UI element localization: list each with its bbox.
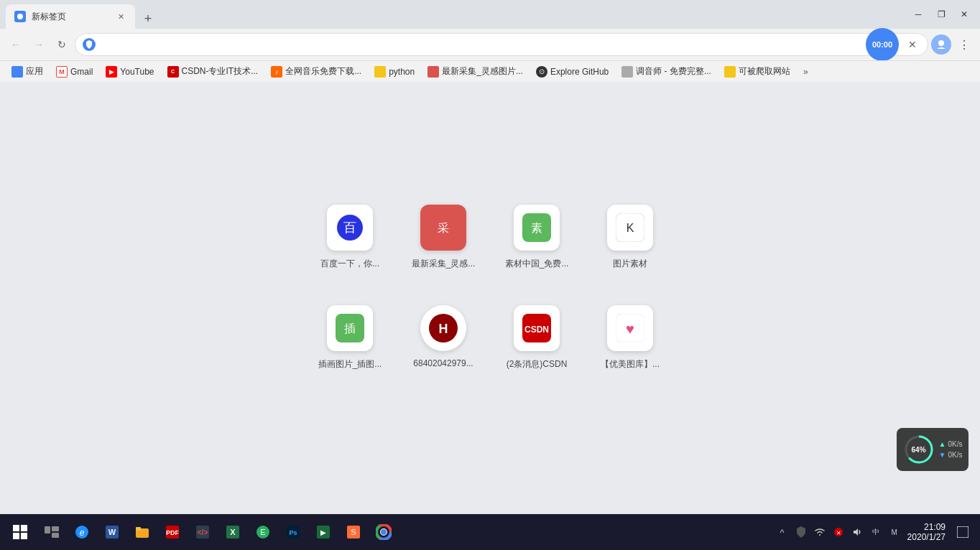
svg-rect-20 <box>13 525 19 531</box>
dial-tupian[interactable]: K 图片素材 <box>591 205 670 291</box>
maximize-button[interactable]: ❐ <box>931 4 951 24</box>
refresh-button[interactable]: ↻ <box>52 34 72 55</box>
bookmark-gmail[interactable]: M Gmail <box>50 65 98 79</box>
bookmark-tune[interactable]: 调音师 - 免费完整... <box>616 64 717 79</box>
svg-text:✕: ✕ <box>836 530 841 536</box>
svg-text:E: E <box>260 528 265 536</box>
svg-text:H: H <box>439 322 448 336</box>
caiji-icon-dial: 采 <box>420 205 466 251</box>
explorer-button[interactable] <box>128 518 157 546</box>
svg-rect-26 <box>52 533 59 538</box>
sublime-button[interactable]: S <box>339 518 368 546</box>
svg-text:S: S <box>351 528 356 536</box>
svg-point-0 <box>17 14 23 19</box>
caiji-icon <box>427 66 439 78</box>
url-input[interactable] <box>101 39 857 50</box>
crawl-icon <box>724 66 736 78</box>
csdn-icon: C <box>167 66 179 78</box>
back-button[interactable]: ← <box>6 34 26 55</box>
chrome-button[interactable] <box>369 518 398 546</box>
upload-stat: ▲ 0K/s <box>939 440 963 448</box>
svg-rect-23 <box>21 533 27 539</box>
dial-baidu[interactable]: 百 百度一下，你... <box>310 205 389 291</box>
bookmarks-more-button[interactable]: » <box>800 65 811 78</box>
clock-date: 2020/1/27 <box>907 532 946 542</box>
start-button[interactable] <box>6 518 34 546</box>
github-icon: ⊙ <box>536 66 547 78</box>
forward-button[interactable]: → <box>29 34 49 55</box>
tab-favicon <box>14 11 26 22</box>
clear-input-button[interactable]: ✕ <box>905 37 920 52</box>
upload-value: 0K/s <box>948 440 962 448</box>
download-arrow-icon: ▼ <box>939 451 946 459</box>
svg-text:e: e <box>80 528 85 538</box>
svg-point-1 <box>938 40 944 46</box>
bookmark-github[interactable]: ⊙ Explore GitHub <box>530 65 614 79</box>
site-security-icon <box>83 38 96 51</box>
bookmark-music[interactable]: ♪ 全网音乐免费下载... <box>265 64 367 79</box>
svg-point-52 <box>381 529 387 535</box>
close-button[interactable]: ✕ <box>954 4 974 24</box>
notification-center-button[interactable] <box>951 521 974 544</box>
bookmark-csdn[interactable]: C CSDN-专业IT技术... <box>162 64 264 79</box>
svg-text:X: X <box>230 528 236 536</box>
browser-menu-button[interactable]: ⋮ <box>954 34 974 55</box>
svg-marker-55 <box>854 528 858 536</box>
minimize-button[interactable]: ─ <box>908 4 928 24</box>
dial-h[interactable]: H 68402042979... <box>404 305 483 391</box>
bookmark-python[interactable]: python <box>369 65 420 79</box>
address-bar[interactable]: 00:00 ✕ <box>75 33 928 56</box>
nav-bar: ← → ↻ 00:00 ✕ ⋮ <box>0 29 980 60</box>
python-icon <box>374 66 386 78</box>
h-icon-dial: H <box>420 305 466 351</box>
dial-baidu-label: 百度一下，你... <box>320 258 379 270</box>
tray-keyboard-icon: 中 <box>869 525 883 539</box>
excel-button[interactable]: X <box>218 518 247 546</box>
dial-caiji-label: 最新采集_灵感... <box>412 258 476 270</box>
cpu-circle: 64% <box>903 434 935 465</box>
svg-text:▶: ▶ <box>320 528 326 536</box>
chatu-icon-dial: 插 <box>327 305 373 351</box>
title-bar: 新标签页 ✕ + ─ ❐ ✕ <box>0 0 980 29</box>
download-stat: ▼ 0K/s <box>939 451 963 459</box>
profile-button[interactable] <box>931 34 951 55</box>
download-value: 0K/s <box>948 451 962 459</box>
cpu-percent-text: 64% <box>912 446 926 454</box>
bookmark-crawl[interactable]: 可被爬取网站 <box>718 64 796 79</box>
network-monitor-widget: 64% ▲ 0K/s ▼ 0K/s <box>897 428 969 471</box>
green-app-button[interactable]: E <box>249 518 277 546</box>
tab-close-button[interactable]: ✕ <box>115 11 126 22</box>
tray-expand-button[interactable]: ^ <box>775 525 790 539</box>
word-button[interactable]: W <box>98 518 126 546</box>
svg-text:采: 采 <box>438 222 449 234</box>
dial-sucai[interactable]: 素 素材中国_免费... <box>497 205 576 291</box>
dial-caiji[interactable]: 采 最新采集_灵感... <box>404 205 483 291</box>
dial-csdn[interactable]: CSDN (2条消息)CSDN <box>497 305 576 391</box>
tab-title: 新标签页 <box>32 11 109 23</box>
window-controls: ─ ❐ ✕ <box>908 4 974 24</box>
svg-rect-24 <box>45 526 50 533</box>
youtube-icon: ▶ <box>106 66 117 78</box>
bookmark-youtube[interactable]: ▶ YouTube <box>100 65 160 79</box>
dial-tupian-label: 图片素材 <box>613 258 647 270</box>
pdf-button[interactable]: PDF <box>158 518 187 546</box>
system-tray: ^ ✕ 中 M <box>775 525 902 539</box>
apps-icon <box>11 66 23 78</box>
bookmark-apps[interactable]: 应用 <box>6 64 49 79</box>
bookmark-caiji[interactable]: 最新采集_灵感图片... <box>422 64 529 79</box>
svg-text:</>: </> <box>198 528 208 536</box>
dial-youmei[interactable]: ♥ 【优美图库】... <box>591 305 670 391</box>
ie-button[interactable]: e <box>68 518 96 546</box>
system-clock[interactable]: 21:09 2020/1/27 <box>907 522 946 542</box>
dial-chatu[interactable]: 插 插画图片_插图... <box>310 305 389 391</box>
video-button[interactable]: ▶ <box>309 518 338 546</box>
taskview-button[interactable] <box>37 518 66 546</box>
baidu-icon: 百 <box>327 205 373 251</box>
svg-rect-21 <box>21 525 27 531</box>
tray-volume-icon[interactable] <box>850 525 864 539</box>
new-tab-button[interactable]: + <box>138 9 158 29</box>
devtool-button[interactable]: </> <box>188 518 217 546</box>
ps-button[interactable]: Ps <box>279 518 308 546</box>
timer-badge: 00:00 <box>866 28 899 61</box>
active-tab[interactable]: 新标签页 ✕ <box>6 4 135 29</box>
